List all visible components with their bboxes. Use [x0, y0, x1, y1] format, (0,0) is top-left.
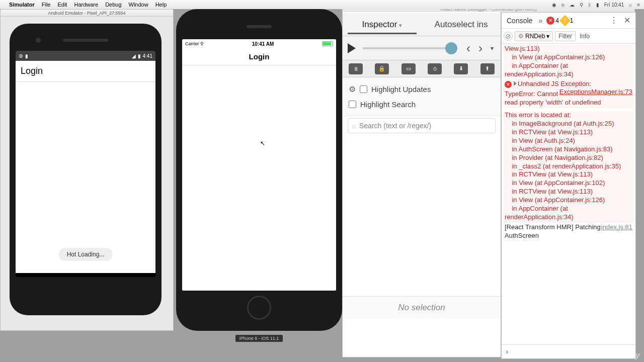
clear-console-icon[interactable]: ⊘ — [504, 32, 513, 41]
prev-icon[interactable]: ‹ — [464, 41, 472, 55]
android-clock: 4:41 — [143, 53, 152, 59]
log-source-link[interactable]: index.js:81 — [601, 223, 632, 232]
inspector-toolbar2: ⏸ 🔒 ▭ ⦸ ⬇ ⬆ — [343, 60, 501, 77]
ios-carrier: Carrier — [185, 41, 199, 46]
menubar-app[interactable]: Simulator — [9, 2, 35, 8]
wifi-icon: ⚲ — [580, 2, 583, 8]
ios-device-label: iPhone 6 - iOS 11.1 — [176, 333, 342, 342]
menu-window[interactable]: Window — [129, 2, 148, 8]
menu-hardware[interactable]: Hardware — [74, 2, 98, 8]
ios-simulator-window: Carrier ⚲ 10:41 AM Login ↖ iPhone 6 - iO… — [176, 9, 342, 350]
inspector-search[interactable]: ⌕ Search (text or /regex/) — [348, 118, 496, 133]
download-button[interactable]: ⬇ — [454, 63, 468, 74]
ios-clock: 10:41 AM — [252, 41, 274, 47]
search-placeholder: Search (text or /regex/) — [359, 122, 431, 130]
ios-app-title: Login — [182, 48, 336, 65]
chevron-down-icon[interactable]: ▾ — [399, 22, 402, 28]
info-button[interactable]: Info — [578, 32, 592, 41]
watermark: Udemy — [613, 351, 640, 360]
status-icon: ☁ — [570, 2, 575, 8]
battery-icon: ▮ — [138, 53, 141, 59]
next-icon[interactable]: › — [476, 41, 485, 55]
tab-inspector[interactable]: Inspector▾ — [343, 16, 422, 34]
menu-help[interactable]: Help — [155, 2, 167, 8]
ios-screen[interactable]: Carrier ⚲ 10:41 AM Login ↖ — [182, 39, 336, 291]
inspector-panel: Inspector▾ Autoselect ins ‹ › ▾ ⏸ 🔒 ▭ ⦸ … — [342, 6, 501, 357]
close-icon[interactable]: ✕ — [622, 16, 632, 25]
speaker — [247, 25, 272, 28]
context-selector[interactable]: ⚙RNDeb▾ — [515, 31, 553, 41]
android-device-frame: ⚙ ▮ ◢ ▮ 4:41 Login Hot Loading... — [10, 24, 162, 315]
inspector-toolbar: ‹ › ▾ — [343, 36, 501, 60]
console-error-line: View.js:113) in View (at AppContainer.js… — [504, 45, 633, 79]
bluetooth-icon: ᛒ — [588, 2, 591, 8]
error-count[interactable]: ✕4 — [546, 17, 559, 25]
console-subtoolbar: ⊘ ⚙RNDeb▾ Filter Info — [502, 29, 635, 44]
filter-button[interactable]: Filter — [555, 31, 576, 41]
play-icon[interactable] — [348, 43, 356, 53]
android-app-body[interactable]: Hot Loading... — [16, 82, 155, 273]
status-icon: ⎋ — [561, 2, 565, 8]
battery-icon — [322, 41, 333, 46]
battery-icon: ▮ — [25, 53, 28, 59]
console-error-stack: This error is located at: in ImageBackgr… — [504, 111, 633, 222]
android-navbar — [16, 273, 155, 277]
android-app-title: Login — [16, 61, 155, 82]
highlight-updates-label: Highlight Updates — [371, 85, 431, 94]
inspector-no-selection: No selection — [343, 296, 501, 319]
android-window-title: Android Emulator - Pixel_API_27:5554 — [1, 10, 173, 17]
expand-icon[interactable]: » — [536, 17, 544, 25]
disclosure-icon[interactable] — [514, 81, 517, 86]
gear-icon[interactable]: ⚙ — [349, 84, 356, 94]
speaker — [63, 39, 108, 42]
wifi-icon: ⚲ — [200, 41, 204, 46]
status-icon: ◉ — [552, 2, 556, 8]
inspector-options: ⚙ Highlight Updates Highlight Search — [343, 77, 501, 116]
mac-menubar: Simulator File Edit Hardware Debug Windo… — [0, 0, 644, 9]
camera-dot — [36, 38, 41, 43]
android-screen[interactable]: ⚙ ▮ ◢ ▮ 4:41 Login Hot Loading... — [16, 51, 155, 277]
notif-icon[interactable]: ≡ — [637, 2, 640, 8]
gear-icon: ⚙ — [19, 53, 23, 59]
console-tabbar: Console » ✕4 !1 ⋮ ✕ — [502, 13, 635, 29]
warn-count[interactable]: !1 — [561, 17, 574, 25]
menu-edit[interactable]: Edit — [57, 2, 67, 8]
inspector-tabs: Inspector▾ Autoselect ins — [343, 13, 501, 36]
error-source-link[interactable]: ExceptionsManager.js:73 — [559, 88, 632, 97]
cursor-icon: ↖ — [260, 140, 265, 147]
slider-knob[interactable] — [445, 42, 457, 54]
error-icon: ✕ — [505, 81, 512, 88]
stopwatch-button[interactable]: ⦸ — [428, 63, 442, 74]
pause-button[interactable]: ⏸ — [349, 63, 363, 74]
kebab-icon[interactable]: ⋮ — [608, 16, 620, 25]
console-tab[interactable]: Console — [505, 15, 534, 27]
ios-statusbar: Carrier ⚲ 10:41 AM — [182, 39, 336, 48]
signal-icon: ◢ — [132, 53, 136, 59]
hot-loading-toast: Hot Loading... — [59, 248, 113, 261]
highlight-search-checkbox[interactable] — [349, 101, 356, 108]
menu-debug[interactable]: Debug — [105, 2, 121, 8]
timeline-slider[interactable] — [363, 47, 457, 49]
console-panel: Console » ✕4 !1 ⋮ ✕ ⊘ ⚙RNDeb▾ Filter Inf… — [501, 12, 636, 359]
search-icon: ⌕ — [352, 122, 356, 130]
ios-device-frame: Carrier ⚲ 10:41 AM Login ↖ — [176, 9, 342, 331]
console-error-header[interactable]: ✕Unhandled JS Exception: ExceptionsManag… — [504, 79, 633, 89]
lock-button[interactable]: 🔒 — [375, 63, 389, 74]
card-button[interactable]: ▭ — [401, 63, 416, 74]
battery-icon: ▮ — [596, 2, 599, 8]
search-icon[interactable]: ⌕ — [629, 2, 632, 8]
home-button[interactable] — [247, 296, 271, 320]
console-output[interactable]: View.js:113) in View (at AppContainer.js… — [502, 44, 635, 344]
highlight-search-label: Highlight Search — [360, 100, 416, 109]
console-log-line: index.js:81 [React Transform HMR] Patchi… — [504, 222, 633, 241]
menubar-clock: Fri 10:41 — [604, 2, 624, 8]
highlight-updates-checkbox[interactable] — [360, 85, 367, 93]
chevron-down-icon[interactable]: ▾ — [489, 45, 496, 52]
android-statusbar: ⚙ ▮ ◢ ▮ 4:41 — [16, 51, 155, 61]
upload-button[interactable]: ⬆ — [480, 63, 495, 74]
android-emulator-window: Android Emulator - Pixel_API_27:5554 ⚙ ▮… — [0, 9, 174, 331]
inspector-tree[interactable] — [343, 135, 501, 296]
gear-icon: ⚙ — [518, 33, 524, 40]
menu-file[interactable]: File — [42, 2, 51, 8]
tab-autoselect[interactable]: Autoselect ins — [422, 16, 501, 34]
